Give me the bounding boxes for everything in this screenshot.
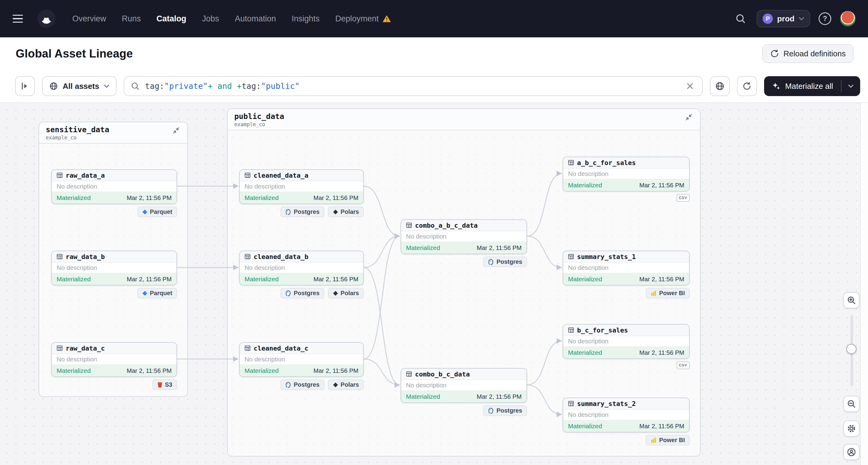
tag-powerbi[interactable]: Power BI <box>646 288 690 299</box>
tag-label: Polars <box>341 381 359 388</box>
deployment-switcher[interactable]: P prod <box>756 10 810 27</box>
asset-name: summary_stats_1 <box>577 253 636 260</box>
asset-description: No description <box>240 262 363 274</box>
asset-tags: Parquet <box>51 207 177 217</box>
status-label: Materialized <box>406 393 440 400</box>
asset-node-raw_data_b[interactable]: raw_data_bNo descriptionMaterializedMar … <box>51 251 177 285</box>
nav-item-overview[interactable]: Overview <box>72 14 106 24</box>
search-query[interactable]: tag:"private"+ and +tag:"public" <box>145 82 679 91</box>
asset-node-combo_a_b_c_data[interactable]: combo_a_b_c_dataNo descriptionMaterializ… <box>401 219 527 254</box>
refresh-button[interactable] <box>737 76 757 96</box>
tag-postgres[interactable]: Postgres <box>483 257 527 267</box>
asset-search-input[interactable]: tag:"private"+ and +tag:"public" <box>124 76 703 96</box>
asset-node-cleaned_data_c[interactable]: cleaned_data_cNo descriptionMaterialized… <box>239 342 364 377</box>
tag-polars[interactable]: Polars <box>328 379 364 390</box>
csv-file-icon: CSV <box>677 194 690 202</box>
status-timestamp: Mar 2, 11:56 PM <box>640 276 684 283</box>
status-timestamp: Mar 2, 11:56 PM <box>127 276 172 283</box>
page-title: Global Asset Lineage <box>16 47 133 60</box>
asset-status-row: MaterializedMar 2, 11:56 PM <box>563 180 689 191</box>
asset-status-row: MaterializedMar 2, 11:56 PM <box>240 274 363 285</box>
reload-definitions-button[interactable]: Reload definitions <box>762 44 854 63</box>
table-icon <box>57 172 63 178</box>
tag-label: Parquet <box>150 208 172 215</box>
query-segment: + <box>208 82 213 91</box>
group-header[interactable]: sensitive_dataexample_co <box>39 122 187 144</box>
collapse-group-icon[interactable] <box>171 125 181 135</box>
asset-tags: Postgres <box>401 405 527 416</box>
asset-node-summary_stats_1[interactable]: summary_stats_1No descriptionMaterialize… <box>563 251 690 285</box>
asset-description: No description <box>240 354 363 365</box>
group-subtitle: example_co <box>46 135 109 141</box>
materialize-all-button[interactable]: Materialize all <box>764 76 841 96</box>
nav-item-insights[interactable]: Insights <box>291 14 319 24</box>
asset-node-header: cleaned_data_a <box>240 170 363 181</box>
help-button[interactable]: ? <box>818 12 831 25</box>
nav-item-deployment[interactable]: Deployment <box>335 14 391 24</box>
tag-powerbi[interactable]: Power BI <box>646 435 690 445</box>
table-icon <box>245 254 251 259</box>
tag-polars[interactable]: Polars <box>328 207 364 217</box>
polars-icon <box>333 382 338 388</box>
tag-label: Postgres <box>293 208 319 215</box>
asset-node-b_c_for_sales[interactable]: b_c_for_salesNo descriptionMaterializedM… <box>563 324 690 359</box>
lineage-graph[interactable]: public_dataexample_cosensitive_dataexamp… <box>0 103 868 465</box>
table-icon <box>406 222 412 228</box>
nav-item-jobs[interactable]: Jobs <box>202 14 219 24</box>
asset-node-combo_b_c_data[interactable]: combo_b_c_dataNo descriptionMaterialized… <box>401 368 527 403</box>
zoom-slider-knob[interactable] <box>846 344 857 354</box>
collapse-group-icon[interactable] <box>684 112 694 122</box>
status-timestamp: Mar 2, 11:56 PM <box>313 194 359 202</box>
nav-item-automation[interactable]: Automation <box>235 14 276 24</box>
table-icon <box>57 254 63 259</box>
graph-view-globe-button[interactable] <box>710 76 730 96</box>
status-label: Materialized <box>57 276 91 283</box>
csv-file-icon: CSV <box>677 362 690 369</box>
zoom-in-button[interactable] <box>843 292 860 308</box>
nav-item-label: Runs <box>122 14 141 24</box>
menu-button[interactable] <box>11 10 29 28</box>
table-icon <box>406 371 412 377</box>
polars-icon <box>333 290 338 296</box>
asset-node-raw_data_c[interactable]: raw_data_cNo descriptionMaterializedMar … <box>51 342 177 377</box>
asset-tags: Postgres <box>401 257 527 267</box>
clear-query-button[interactable] <box>685 81 695 92</box>
asset-node-raw_data_a[interactable]: raw_data_aNo descriptionMaterializedMar … <box>51 169 177 204</box>
nav-item-label: Catalog <box>157 14 186 24</box>
asset-node-header: a_b_c_for_sales <box>563 157 689 169</box>
asset-node-summary_stats_2[interactable]: summary_stats_2No descriptionMaterialize… <box>563 398 690 432</box>
tag-postgres[interactable]: Postgres <box>483 405 527 416</box>
tag-postgres[interactable]: Postgres <box>280 379 324 390</box>
nav-item-runs[interactable]: Runs <box>122 14 141 24</box>
toggle-left-panel-button[interactable] <box>15 76 35 96</box>
user-avatar[interactable] <box>840 10 856 27</box>
status-label: Materialized <box>568 349 602 356</box>
sparkle-icon <box>772 82 780 90</box>
nav-item-catalog[interactable]: Catalog <box>157 14 186 24</box>
group-title: sensitive_data <box>46 125 109 134</box>
tag-polars[interactable]: Polars <box>328 288 364 299</box>
group-header[interactable]: public_dataexample_co <box>228 109 700 130</box>
dagster-logo-icon[interactable] <box>36 8 57 29</box>
postgres-icon <box>285 209 291 215</box>
page-header: Global Asset Lineage Reload definitions <box>0 37 868 70</box>
nav-item-label: Jobs <box>202 14 219 24</box>
tag-parquet[interactable]: Parquet <box>137 207 177 217</box>
search-button[interactable] <box>733 11 748 26</box>
tag-parquet[interactable]: Parquet <box>137 288 177 299</box>
materialize-options-button[interactable] <box>841 76 860 96</box>
asset-status-row: MaterializedMar 2, 11:56 PM <box>52 365 177 376</box>
asset-node-cleaned_data_a[interactable]: cleaned_data_aNo descriptionMaterialized… <box>239 169 364 204</box>
tag-postgres[interactable]: Postgres <box>280 207 324 217</box>
asset-node-a_b_c_for_sales[interactable]: a_b_c_for_salesNo descriptionMaterialize… <box>563 157 690 191</box>
asset-status-row: MaterializedMar 2, 11:56 PM <box>52 274 177 285</box>
asset-node-cleaned_data_b[interactable]: cleaned_data_bNo descriptionMaterialized… <box>239 251 364 285</box>
settings-button[interactable] <box>843 421 860 437</box>
zoom-out-button[interactable] <box>843 396 860 412</box>
tag-s3[interactable]: S3 <box>152 379 177 390</box>
query-segment: "private" <box>164 82 208 91</box>
asset-scope-dropdown[interactable]: All assets <box>42 76 117 96</box>
tag-postgres[interactable]: Postgres <box>280 288 324 299</box>
account-button[interactable] <box>843 444 860 460</box>
right-panel-collapsed[interactable] <box>860 103 868 465</box>
